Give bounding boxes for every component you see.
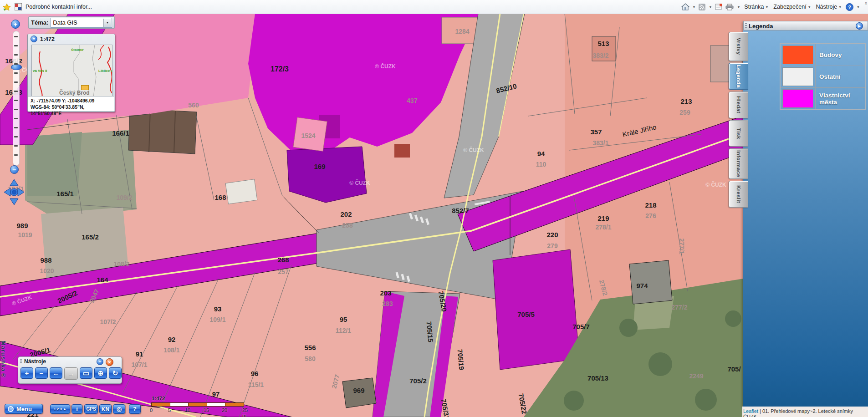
overview-place-label: Štolmíř: [71, 48, 84, 52]
read-mail-icon[interactable]: [715, 4, 722, 10]
panel-collapse-button[interactable]: ▶: [856, 22, 863, 30]
parcel-label: 93: [214, 305, 222, 313]
parcel-label: 203: [380, 289, 391, 297]
zoom-tick: [14, 91, 18, 92]
refresh-button[interactable]: ↻: [109, 367, 122, 379]
leaflet-link[interactable]: Leaflet: [743, 408, 758, 414]
overview-city-label: Český Brod: [59, 90, 90, 96]
zoom-in-icon: +: [25, 369, 29, 377]
pan-down-arrow: [10, 198, 18, 205]
tab-kreslit[interactable]: Kreslit: [729, 181, 748, 208]
parcel-label: 556: [304, 344, 316, 351]
overview-header[interactable]: ▼ 1:472: [28, 34, 115, 44]
print-caret-icon[interactable]: ▼: [737, 5, 740, 9]
tools-panel-title: Nástroje: [24, 358, 46, 365]
kn-button[interactable]: KN: [99, 404, 112, 414]
zoom-slider-handle[interactable]: [11, 64, 22, 70]
parcel-label: 705/5: [517, 310, 535, 318]
parcel-label: 166/1: [112, 129, 129, 137]
favorites-star-icon[interactable]: [3, 3, 11, 11]
parcel-label: 115/1: [248, 381, 264, 388]
tab-tisk[interactable]: Tisk: [729, 120, 748, 147]
help-icon[interactable]: ?: [846, 3, 853, 11]
tab-hledat[interactable]: Hledat: [729, 92, 748, 118]
zoom-out-icon: −: [40, 369, 44, 377]
parcel-label: 2077: [330, 374, 341, 389]
pan-left-arrow: [4, 188, 10, 196]
pan-up-arrow: [10, 179, 18, 186]
parcel-label: 357: [590, 128, 602, 136]
tab-label: Informace: [736, 150, 741, 177]
zoom-window-button[interactable]: ▭: [80, 367, 92, 379]
tab-legenda[interactable]: Legenda: [729, 63, 748, 90]
scalebar-scale: 1:472: [152, 396, 165, 401]
parcel-label: 705/7: [572, 323, 590, 331]
select-arrow-icon[interactable]: ▼: [103, 19, 111, 27]
home-caret-icon[interactable]: ▼: [693, 5, 696, 9]
help-caret-icon[interactable]: ▼: [857, 5, 860, 9]
measure-button[interactable]: 1 2 3 ▲: [50, 404, 70, 414]
info-button[interactable]: i: [71, 404, 82, 414]
zoom-out-button[interactable]: −: [35, 367, 48, 379]
parcel-label: 278/1: [595, 224, 611, 231]
legend-swatch-cell: [781, 88, 816, 109]
home-icon[interactable]: [681, 3, 689, 10]
parcel-label: 92: [168, 336, 176, 343]
zoom-tick: [14, 36, 18, 37]
overview-scale: 1:472: [40, 36, 55, 42]
browser-command-bar: Podrobné kontaktní infor... ▼ ▼: [0, 0, 868, 14]
legend-table: BudovyOstatníVlastnictví města: [780, 43, 866, 110]
parcel-label: 283: [382, 300, 393, 307]
theme-label: Téma:: [31, 19, 48, 26]
back-button[interactable]: ←: [50, 367, 62, 379]
zoom-tick: [14, 109, 18, 110]
menu-nastroje[interactable]: Nástroje▼: [815, 4, 842, 10]
parcel-label: 1524: [301, 132, 315, 139]
zoom-out-button[interactable]: −: [10, 165, 19, 174]
overview-map[interactable]: Český Brod Štolmířvá Ves IILiblice u Čes…: [31, 45, 112, 97]
feed-icon[interactable]: [699, 4, 705, 10]
gps-button[interactable]: GPS: [84, 404, 98, 414]
tab-label: Kreslit: [736, 185, 741, 203]
parcel-label: 2249: [689, 372, 703, 380]
parcel-label: 165/1: [56, 190, 74, 198]
feed-caret-icon[interactable]: ▼: [709, 5, 712, 9]
tools-minimize-button[interactable]: –: [97, 358, 103, 365]
legend-panel-header[interactable]: Legenda ▶: [743, 21, 868, 31]
panel-grip[interactable]: [20, 359, 22, 364]
zoom-tick: [14, 100, 18, 101]
menu-stranka[interactable]: Stránka▼: [743, 4, 769, 10]
overview-collapse-button[interactable]: ▼: [31, 36, 37, 42]
copyright-watermark: © ČUZK: [463, 147, 484, 153]
tab-label: Legenda: [736, 65, 741, 88]
tab-label: Hledat: [736, 96, 741, 113]
panel-grip[interactable]: [745, 23, 747, 29]
menu-button[interactable]: Menu: [5, 404, 43, 414]
parcel-label: 705/20: [437, 290, 449, 312]
print-icon[interactable]: [725, 4, 734, 10]
parcel-label: 96: [251, 370, 259, 377]
notification-close-icon[interactable]: x: [865, 0, 867, 5]
svg-text:?: ?: [848, 4, 851, 10]
zoom-slider[interactable]: [13, 31, 20, 166]
tab-vrstvy[interactable]: Vrstvy: [729, 32, 748, 61]
legend-row: Vlastnictví města: [781, 88, 865, 109]
menu-zabezpeceni[interactable]: Zabezpečení▼: [772, 4, 812, 10]
theme-select[interactable]: Data GIS ▼: [51, 18, 112, 28]
tools-close-button[interactable]: ✕: [106, 358, 113, 366]
globe-button[interactable]: ⊕: [94, 367, 107, 379]
zoom-in-button[interactable]: +: [11, 20, 20, 29]
legend-color-swatch: [782, 67, 813, 86]
forward-button: →: [64, 367, 78, 380]
refresh-icon: ↻: [112, 369, 118, 377]
locate-button[interactable]: ◎: [113, 404, 125, 414]
pan-compass[interactable]: [3, 178, 26, 207]
scalebar-segment: [152, 403, 170, 406]
overview-place-label: vá Ves II: [33, 69, 47, 73]
parcel-label: 169: [314, 163, 325, 170]
parcel-label: Krále Jiřího: [622, 123, 657, 138]
help-button[interactable]: ?: [129, 404, 141, 414]
tab-informace[interactable]: Informace: [729, 148, 748, 179]
zoom-in-button[interactable]: +: [20, 367, 33, 379]
tab-title[interactable]: Podrobné kontaktní infor...: [26, 4, 92, 10]
